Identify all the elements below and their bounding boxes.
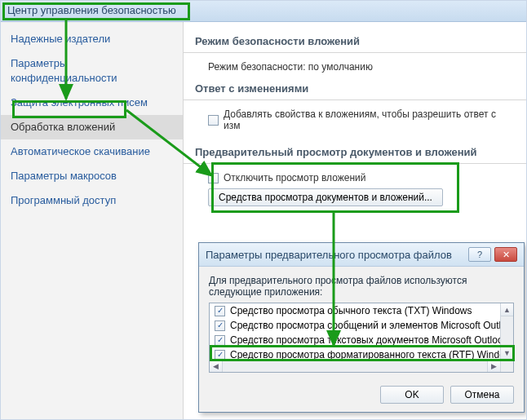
sidebar-item-label: Надежные издатели	[11, 33, 110, 45]
list-item-checkbox[interactable]	[215, 335, 225, 346]
sidebar: Надежные издателиПараметры конфиденциаль…	[1, 22, 184, 419]
sidebar-item-0[interactable]: Надежные издатели	[1, 27, 183, 51]
section-reply-title: Ответ с изменениями	[184, 76, 526, 100]
window-titlebar: Центр управления безопасностью	[1, 1, 526, 22]
disable-preview-checkbox[interactable]	[208, 173, 219, 183]
sidebar-item-label: Защита электронных писем	[11, 96, 148, 108]
sidebar-item-label: Обработка вложений	[11, 121, 115, 133]
section-attachment-security-title: Режим безопасности вложений	[184, 29, 526, 53]
list-item-checkbox[interactable]	[215, 321, 225, 331]
section-preview-title: Предварительный просмотр документов и вл…	[184, 139, 526, 164]
ok-button[interactable]: OK	[380, 386, 444, 404]
list-item-label: Средство просмотра форматированного текс…	[230, 349, 500, 359]
sidebar-item-1[interactable]: Параметры конфиденциальности	[1, 51, 183, 91]
close-button[interactable]: ✕	[494, 247, 517, 262]
reply-changes-label: Добавлять свойства к вложениям, чтобы ра…	[224, 108, 515, 131]
sidebar-item-2[interactable]: Защита электронных писем	[1, 91, 183, 115]
scroll-right-icon[interactable]: ▶	[487, 360, 500, 372]
list-item-label: Средство просмотра текстовых документов …	[230, 334, 500, 346]
window-title: Центр управления безопасностью	[7, 4, 176, 16]
disable-preview-label: Отключить просмотр вложений	[224, 172, 366, 183]
sidebar-item-4[interactable]: Автоматическое скачивание	[1, 139, 183, 164]
attachment-security-mode: Режим безопасности: по умолчанию	[208, 61, 373, 73]
vertical-scrollbar[interactable]: ▲ ▼	[500, 303, 513, 359]
list-item[interactable]: Средство просмотра обычного текста (TXT)…	[210, 303, 500, 318]
horizontal-scrollbar[interactable]: ◀ ▶	[210, 359, 500, 372]
sidebar-item-label: Параметры макросов	[11, 170, 117, 182]
scroll-up-icon[interactable]: ▲	[501, 303, 513, 316]
sidebar-item-3[interactable]: Обработка вложений	[1, 115, 183, 139]
scroll-left-icon[interactable]: ◀	[210, 360, 223, 372]
sidebar-item-label: Параметры конфиденциальности	[11, 57, 117, 84]
list-item[interactable]: Средство просмотра сообщений и элементов…	[210, 318, 500, 333]
list-item[interactable]: Средство просмотра форматированного текс…	[210, 347, 500, 359]
scroll-down-icon[interactable]: ▼	[501, 346, 513, 359]
list-item[interactable]: Средство просмотра текстовых документов …	[210, 333, 500, 347]
sidebar-item-label: Программный доступ	[11, 194, 116, 206]
help-button[interactable]: ?	[468, 247, 491, 262]
sidebar-item-label: Автоматическое скачивание	[11, 145, 150, 157]
previewers-button[interactable]: Средства просмотра документов и вложений…	[208, 188, 443, 206]
reply-changes-checkbox[interactable]	[208, 115, 219, 126]
list-item-checkbox[interactable]	[215, 306, 225, 316]
list-item-label: Средство просмотра обычного текста (TXT)…	[230, 305, 472, 316]
list-item-label: Средство просмотра сообщений и элементов…	[230, 320, 500, 331]
dialog-instruction: Для предварительного просмотра файлов ис…	[209, 275, 514, 298]
cancel-button[interactable]: Отмена	[450, 386, 514, 404]
scroll-corner	[500, 359, 513, 372]
dialog-titlebar: Параметры предварительного просмотра фай…	[199, 243, 524, 267]
previewers-listbox[interactable]: Средство просмотра обычного текста (TXT)…	[209, 303, 514, 373]
list-item-checkbox[interactable]	[215, 350, 225, 360]
dialog-title-text: Параметры предварительного просмотра фай…	[206, 249, 452, 261]
preview-options-dialog: Параметры предварительного просмотра фай…	[198, 242, 525, 413]
sidebar-item-5[interactable]: Параметры макросов	[1, 164, 183, 188]
sidebar-item-6[interactable]: Программный доступ	[1, 188, 183, 213]
